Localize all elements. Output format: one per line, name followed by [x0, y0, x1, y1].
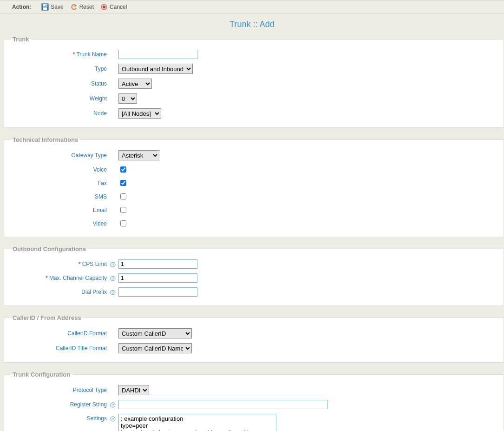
video-checkbox[interactable]: [120, 220, 126, 226]
callerid-format-label: CallerID Format: [9, 330, 109, 337]
cancel-button[interactable]: Cancel: [100, 3, 127, 11]
max-channel-label: Max. Channel Capacity: [49, 275, 107, 281]
svg-rect-1: [43, 4, 47, 7]
cancel-icon: [100, 3, 108, 11]
node-label: Node: [9, 110, 109, 117]
weight-select[interactable]: 0: [118, 93, 137, 104]
settings-label: Settings: [9, 414, 109, 422]
save-label: Save: [51, 4, 63, 10]
trunk-name-input[interactable]: [118, 50, 197, 59]
save-icon: [41, 3, 49, 11]
svg-rect-2: [43, 7, 47, 10]
svg-text:?: ?: [112, 417, 114, 421]
callerid-format-select[interactable]: Custom CallerID: [118, 328, 192, 338]
email-checkbox[interactable]: [120, 207, 126, 213]
required-marker: *: [79, 261, 82, 267]
help-icon[interactable]: ?: [109, 261, 117, 267]
dial-prefix-input[interactable]: [118, 287, 197, 297]
email-label: Email: [9, 207, 109, 213]
protocol-label: Protocol Type: [9, 387, 109, 393]
save-button[interactable]: Save: [41, 3, 63, 11]
node-select[interactable]: [All Nodes]: [118, 108, 161, 119]
video-label: Video: [9, 220, 109, 227]
weight-label: Weight: [9, 95, 109, 102]
dial-prefix-label: Dial Prefix: [9, 289, 109, 295]
panel-callerid-legend: CallerID / From Address: [11, 314, 83, 321]
panel-trunk-legend: Trunk: [11, 36, 31, 43]
gateway-type-label: Gateway Type: [9, 152, 109, 159]
page-title: Trunk :: Add: [0, 14, 504, 33]
trunk-name-label: Trunk Name: [76, 51, 107, 58]
callerid-title-label: CallerID Title Format: [9, 345, 109, 351]
svg-text:?: ?: [112, 263, 114, 267]
help-icon[interactable]: ?: [109, 275, 117, 281]
panel-outbound-legend: Outbound Configurations: [11, 245, 88, 252]
settings-textarea[interactable]: [118, 414, 276, 431]
gateway-type-select[interactable]: Asterisk: [118, 150, 159, 160]
panel-callerid: CallerID / From Address CallerID Format …: [4, 314, 504, 363]
register-label: Register String: [9, 401, 109, 408]
protocol-select[interactable]: DAHDI: [118, 385, 149, 395]
sms-checkbox[interactable]: [120, 193, 126, 199]
action-toolbar: Action: Save Reset Cancel: [0, 0, 504, 14]
panel-outbound: Outbound Configurations * CPS Limit ? * …: [4, 245, 504, 306]
cps-input[interactable]: [118, 259, 197, 269]
panel-technical-legend: Technical Informations: [11, 136, 80, 143]
type-select[interactable]: Outbound and Inbound: [118, 64, 193, 74]
cps-label: CPS Limit: [82, 261, 107, 267]
svg-text:?: ?: [112, 277, 114, 281]
callerid-title-select[interactable]: Custom CallerID Name: [118, 343, 192, 353]
voice-label: Voice: [9, 166, 109, 173]
action-label: Action:: [12, 4, 31, 10]
voice-checkbox[interactable]: [120, 166, 126, 172]
status-label: Status: [9, 80, 109, 87]
svg-text:?: ?: [112, 291, 114, 295]
svg-rect-3: [46, 5, 46, 6]
panel-trunk-config: Trunk Configuration Protocol Type DAHDI …: [4, 371, 504, 431]
fax-label: Fax: [9, 180, 109, 186]
help-icon[interactable]: ?: [109, 414, 117, 422]
panel-trunk-config-legend: Trunk Configuration: [11, 371, 72, 378]
fax-checkbox[interactable]: [120, 180, 126, 186]
svg-text:?: ?: [112, 403, 114, 407]
help-icon[interactable]: ?: [109, 289, 117, 295]
status-select[interactable]: Active: [118, 79, 152, 89]
cancel-label: Cancel: [110, 4, 127, 10]
reset-label: Reset: [79, 4, 94, 10]
panel-technical: Technical Informations Gateway Type Aste…: [4, 136, 504, 237]
register-input[interactable]: [118, 400, 327, 409]
reset-button[interactable]: Reset: [70, 3, 94, 11]
max-channel-input[interactable]: [118, 273, 197, 283]
help-icon[interactable]: ?: [109, 401, 117, 408]
panel-trunk: Trunk * Trunk Name Type Outbound and Inb…: [4, 36, 504, 128]
type-label: Type: [9, 66, 109, 72]
sms-label: SMS: [9, 193, 109, 200]
required-marker: *: [46, 275, 49, 281]
reset-icon: [70, 3, 78, 11]
